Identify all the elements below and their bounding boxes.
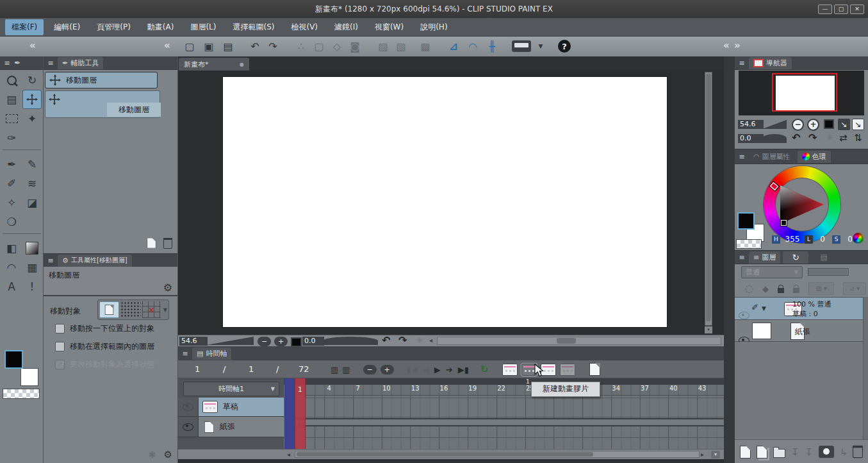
previous-frame-icon[interactable]: ◀ <box>423 365 429 375</box>
next-frame-icon[interactable]: ➔ <box>446 365 453 375</box>
rotate-left-icon[interactable]: ↶ <box>792 131 800 144</box>
decoration-tool-icon[interactable]: ✧ <box>2 193 21 212</box>
deselect-icon[interactable]: ∴ <box>293 38 309 54</box>
canvas-horizontal-scrollbar[interactable] <box>437 337 721 345</box>
blend-tool-icon[interactable]: ❍ <box>2 212 21 232</box>
free-transform-icon[interactable]: ▧ <box>393 38 409 54</box>
panel-menu-icon[interactable]: ≡ <box>735 59 749 67</box>
fill-tool-icon[interactable]: ◧ <box>2 239 21 258</box>
expand-right-panel-icon[interactable]: » <box>734 40 741 51</box>
panel-menu-icon[interactable]: ≡ <box>44 257 58 265</box>
scroll-down-arrow-icon[interactable]: ▾ <box>705 326 712 333</box>
panel-expand-down-icon[interactable]: ▾ <box>711 451 720 459</box>
help-icon[interactable]: ? <box>558 40 571 53</box>
rotate-right-icon[interactable]: ↷ <box>808 131 817 144</box>
layers-tab[interactable]: ≡ 圖層 <box>749 251 780 264</box>
screen-settings-icon[interactable] <box>512 40 531 52</box>
minimize-button[interactable]: — <box>818 4 832 14</box>
figure-tool-icon[interactable]: ◠ <box>2 258 21 277</box>
color-wheel-tab[interactable]: 色環 <box>798 151 831 163</box>
close-button[interactable]: ✕ <box>850 4 864 14</box>
edit-timeline-icon[interactable]: ▥ <box>331 365 338 375</box>
brush-tool-icon[interactable]: ✐ <box>2 174 21 193</box>
timeline-grid[interactable]: 1 47101316192225283134374043 1 1 <box>284 378 724 449</box>
text-tool-icon[interactable]: A <box>2 277 21 296</box>
merge-down-icon[interactable]: ↧ <box>791 446 799 458</box>
zoom-slider[interactable] <box>206 337 254 345</box>
rotate-canvas-tool-icon[interactable]: ↻ <box>22 71 42 90</box>
panel-separator[interactable] <box>724 56 735 463</box>
scrollbar-thumb[interactable] <box>557 338 576 344</box>
timeline-horizontal-scrollbar[interactable] <box>295 451 700 458</box>
menu-item-5[interactable]: 選擇範圍(S) <box>226 19 281 35</box>
collapse-left-panel-icon[interactable]: « <box>29 40 36 51</box>
hue-ring[interactable] <box>764 166 840 243</box>
zoom-in-icon[interactable]: + <box>807 119 819 131</box>
collapse-right-panel-icon[interactable]: « <box>723 40 730 51</box>
main-color-swatch[interactable] <box>4 350 23 369</box>
paint-selection-icon[interactable]: ◇ <box>329 38 345 54</box>
loop-play-icon[interactable]: ↻ <box>480 364 489 375</box>
wrench-icon[interactable]: ⚙ <box>163 282 172 294</box>
document-close-dot-icon[interactable]: ● <box>240 62 244 67</box>
track-row-draft[interactable]: 草稿 <box>178 398 284 417</box>
menu-item-2[interactable]: 頁管理(P) <box>90 19 137 35</box>
track-label-cell[interactable]: 紙張 <box>199 417 284 437</box>
gradient-tool-icon[interactable] <box>22 239 42 258</box>
eye-icon[interactable] <box>183 423 193 431</box>
create-subtool-icon[interactable] <box>147 238 156 249</box>
saturation-value-triangle[interactable] <box>779 184 825 225</box>
document-tab[interactable]: 新畫布* ● <box>179 58 249 71</box>
snap-to-grid-icon[interactable]: ╫ <box>484 38 500 54</box>
hue-marker[interactable] <box>769 181 780 192</box>
track-row-paper[interactable]: 紙張 <box>178 417 284 437</box>
subtool-item-move-layer[interactable]: 移動圖層 <box>45 90 160 118</box>
snap-to-ruler-icon[interactable]: ⊿ <box>445 38 462 54</box>
new-folder-icon[interactable] <box>773 449 785 458</box>
checkbox[interactable] <box>55 324 65 333</box>
delete-layer-icon[interactable] <box>853 446 863 459</box>
menu-item-0[interactable]: 檔案(F) <box>5 19 44 35</box>
pen-tool-icon[interactable]: ✒ <box>2 155 21 174</box>
zoom-out-icon[interactable]: − <box>792 119 804 131</box>
zoom-tool-icon[interactable] <box>2 71 21 90</box>
zoom-in-icon[interactable]: + <box>274 337 288 346</box>
menu-item-3[interactable]: 動畫(A) <box>141 19 181 35</box>
rotation-slider[interactable] <box>323 337 378 345</box>
eyedropper-tool-icon[interactable]: ✑ <box>2 128 21 147</box>
canvas-area[interactable]: ▾ <box>178 71 724 335</box>
frame-border-tool-icon[interactable]: ▦ <box>22 258 42 277</box>
pencil-tool-icon[interactable]: ✎ <box>22 155 42 174</box>
screen-settings-dropdown-icon[interactable]: ▼ <box>532 38 549 54</box>
sub-color-swatch[interactable] <box>20 368 38 386</box>
timeline-select-dropdown[interactable]: 時間軸1 ▼ <box>183 382 279 396</box>
eraser-tool-icon[interactable]: ◪ <box>22 193 42 212</box>
scale-rotate-icon[interactable]: ▨ <box>375 38 391 54</box>
checkbox-checked[interactable]: ✓ <box>55 360 65 369</box>
canvas[interactable] <box>223 77 667 327</box>
cel-settings-icon[interactable]: ▥ <box>342 365 350 375</box>
layer-list-empty-area[interactable] <box>735 342 868 439</box>
snap-to-special-ruler-icon[interactable]: ◠ <box>464 38 481 54</box>
panel-menu-icon[interactable]: ≡ <box>0 59 14 67</box>
paper-clip-bar[interactable]: 1 <box>295 418 724 426</box>
transparent-color-swatch[interactable] <box>736 239 762 249</box>
rotate-right-icon[interactable]: ↷ <box>398 334 407 346</box>
menu-item-9[interactable]: 說明(H) <box>414 19 454 35</box>
scrollbar-thumb[interactable] <box>706 74 711 321</box>
balloon-tool-icon[interactable]: ! <box>22 277 42 296</box>
zoom-out-icon[interactable]: − <box>258 337 271 346</box>
layer-row-paper[interactable]: 紙張 <box>735 320 868 342</box>
select-area-icon[interactable]: ▢ <box>311 38 327 54</box>
auto-select-tool-icon[interactable]: ✦ <box>22 109 42 128</box>
timeline-zoom-in-icon[interactable]: + <box>381 365 394 375</box>
scrollbar-thumb[interactable] <box>297 452 593 457</box>
collapse-subtool-panel-icon[interactable]: « <box>164 40 170 51</box>
expand-triangle-icon[interactable]: ▼ <box>762 305 766 312</box>
navigator-preview[interactable] <box>739 71 864 115</box>
go-to-end-icon[interactable]: ▶▮ <box>458 365 469 375</box>
color-mode-icon[interactable] <box>853 233 864 244</box>
lock-layer-icon[interactable] <box>778 288 784 293</box>
move-target-layer-button[interactable] <box>99 301 119 318</box>
open-file-icon[interactable]: ▣ <box>201 38 217 54</box>
